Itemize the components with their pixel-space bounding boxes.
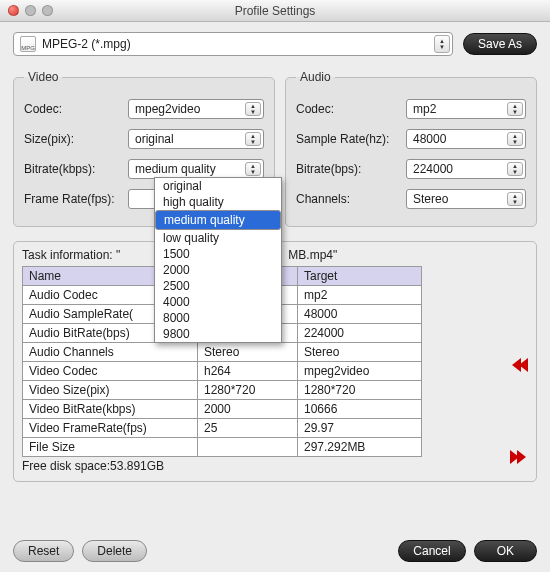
content-area: MPG MPEG-2 (*.mpg) ▲▼ Save As Video Code… <box>0 22 550 494</box>
stepper-arrows-icon[interactable]: ▲▼ <box>507 162 523 176</box>
audio-group: Audio Codec: mp2 ▲▼ Sample Rate(hz): 480… <box>285 70 537 227</box>
table-cell: Video Size(pix) <box>23 381 198 400</box>
stepper-arrows-icon[interactable]: ▲▼ <box>245 132 261 146</box>
audio-codec-value: mp2 <box>413 102 436 116</box>
audio-codec-select[interactable]: mp2 ▲▼ <box>406 99 526 119</box>
table-cell: 1280*720 <box>298 381 422 400</box>
table-cell: 224000 <box>298 324 422 343</box>
audio-samplerate-value: 48000 <box>413 132 446 146</box>
audio-channels-label: Channels: <box>296 192 406 206</box>
bottom-bar: Reset Delete Cancel OK <box>0 530 550 572</box>
table-cell: 1280*720 <box>198 381 298 400</box>
table-cell: h264 <box>198 362 298 381</box>
table-row: Video BitRate(kbps)200010666 <box>23 400 422 419</box>
stepper-arrows-icon[interactable]: ▲▼ <box>245 162 261 176</box>
table-cell: mpeg2video <box>298 362 422 381</box>
bitrate-option[interactable]: low quality <box>155 230 281 246</box>
profile-select[interactable]: MPG MPEG-2 (*.mpg) ▲▼ <box>13 32 453 56</box>
table-cell: File Size <box>23 438 198 457</box>
audio-codec-label: Codec: <box>296 102 406 116</box>
table-cell: Video FrameRate(fps) <box>23 419 198 438</box>
table-cell: Video Codec <box>23 362 198 381</box>
col-target-header: Target <box>298 267 422 286</box>
table-cell: Stereo <box>198 343 298 362</box>
table-cell: 297.292MB <box>298 438 422 457</box>
audio-legend: Audio <box>296 70 335 84</box>
next-task-button[interactable] <box>512 450 538 464</box>
rewind-icon <box>519 358 528 372</box>
video-size-label: Size(pix): <box>24 132 128 146</box>
audio-bitrate-value: 224000 <box>413 162 453 176</box>
bitrate-option[interactable]: 4000 <box>155 294 281 310</box>
video-bitrate-label: Bitrate(kbps): <box>24 162 128 176</box>
table-row: Video Size(pix)1280*7201280*720 <box>23 381 422 400</box>
table-cell: Audio Channels <box>23 343 198 362</box>
video-framerate-label: Frame Rate(fps): <box>24 192 128 206</box>
audio-bitrate-select[interactable]: 224000 ▲▼ <box>406 159 526 179</box>
table-cell: 25 <box>198 419 298 438</box>
bitrate-option[interactable]: original <box>155 178 281 194</box>
bitrate-option[interactable]: 2000 <box>155 262 281 278</box>
stepper-arrows-icon[interactable]: ▲▼ <box>245 102 261 116</box>
forward-icon <box>517 450 526 464</box>
video-bitrate-value: medium quality <box>135 162 216 176</box>
table-cell: 2000 <box>198 400 298 419</box>
video-codec-value: mpeg2video <box>135 102 200 116</box>
table-row: Audio ChannelsStereoStereo <box>23 343 422 362</box>
audio-samplerate-select[interactable]: 48000 ▲▼ <box>406 129 526 149</box>
window-title: Profile Settings <box>0 4 550 18</box>
video-size-select[interactable]: original ▲▼ <box>128 129 264 149</box>
prev-task-button[interactable] <box>512 358 538 372</box>
ok-button[interactable]: OK <box>474 540 537 562</box>
stepper-arrows-icon[interactable]: ▲▼ <box>507 102 523 116</box>
video-bitrate-dropdown[interactable]: original high quality medium quality low… <box>154 177 282 343</box>
video-codec-label: Codec: <box>24 102 128 116</box>
table-row: Video FrameRate(fps)2529.97 <box>23 419 422 438</box>
task-title-prefix: Task information: " <box>22 248 120 262</box>
table-cell <box>198 438 298 457</box>
bitrate-option[interactable]: high quality <box>155 194 281 210</box>
bitrate-option[interactable]: 8000 <box>155 310 281 326</box>
video-bitrate-select[interactable]: medium quality ▲▼ <box>128 159 264 179</box>
stepper-arrows-icon[interactable]: ▲▼ <box>507 192 523 206</box>
audio-channels-value: Stereo <box>413 192 448 206</box>
stepper-arrows-icon[interactable]: ▲▼ <box>507 132 523 146</box>
video-legend: Video <box>24 70 62 84</box>
audio-channels-select[interactable]: Stereo ▲▼ <box>406 189 526 209</box>
video-codec-select[interactable]: mpeg2video ▲▼ <box>128 99 264 119</box>
free-disk-value: 53.891GB <box>110 459 164 473</box>
free-disk-label: Free disk space: <box>22 459 110 473</box>
profile-select-label: MPEG-2 (*.mpg) <box>42 37 131 51</box>
save-as-button[interactable]: Save As <box>463 33 537 55</box>
stepper-arrows-icon[interactable]: ▲▼ <box>434 35 450 53</box>
free-disk-line: Free disk space:53.891GB <box>22 459 528 473</box>
bitrate-option[interactable]: 1500 <box>155 246 281 262</box>
bitrate-option[interactable]: 9800 <box>155 326 281 342</box>
table-cell: mp2 <box>298 286 422 305</box>
table-cell: 10666 <box>298 400 422 419</box>
bitrate-option[interactable]: 2500 <box>155 278 281 294</box>
video-size-value: original <box>135 132 174 146</box>
table-cell: 29.97 <box>298 419 422 438</box>
table-cell: 48000 <box>298 305 422 324</box>
top-row: MPG MPEG-2 (*.mpg) ▲▼ Save As <box>13 32 537 56</box>
mpg-file-icon: MPG <box>20 36 36 52</box>
audio-samplerate-label: Sample Rate(hz): <box>296 132 406 146</box>
table-cell: Stereo <box>298 343 422 362</box>
table-row: Video Codech264mpeg2video <box>23 362 422 381</box>
audio-bitrate-label: Bitrate(bps): <box>296 162 406 176</box>
titlebar: Profile Settings <box>0 0 550 22</box>
table-row: File Size297.292MB <box>23 438 422 457</box>
bitrate-option-selected[interactable]: medium quality <box>155 210 281 230</box>
reset-button[interactable]: Reset <box>13 540 74 562</box>
cancel-button[interactable]: Cancel <box>398 540 465 562</box>
delete-button[interactable]: Delete <box>82 540 147 562</box>
table-cell: Video BitRate(kbps) <box>23 400 198 419</box>
task-title-suffix: MB.mp4" <box>288 248 337 262</box>
